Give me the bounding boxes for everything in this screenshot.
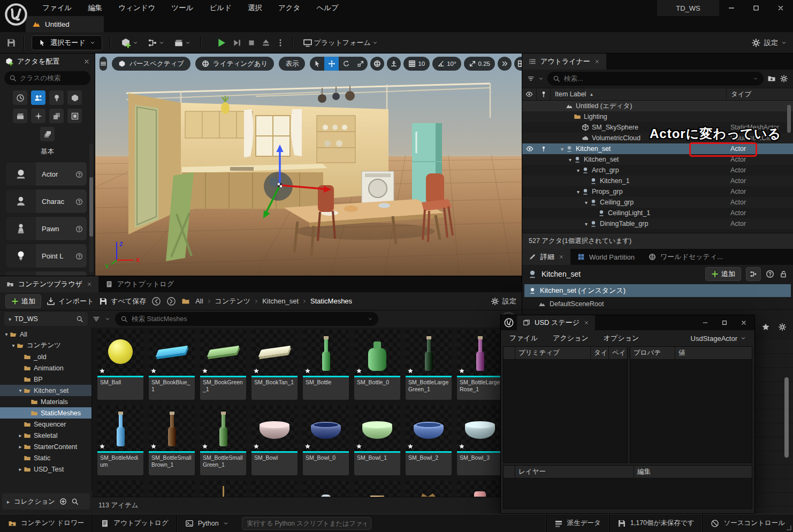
menu-item-2[interactable]: ウィンドウ — [110, 0, 163, 16]
asset-tile-SM_BookGreen_1[interactable]: SM_BookGreen_1 — [200, 330, 246, 400]
outliner-search[interactable] — [547, 72, 764, 86]
tab-output-log[interactable]: アウトプットログ — [98, 276, 181, 292]
asset-tile-SM_Bottle[interactable]: SM_Bottle — [303, 330, 349, 400]
tab-world-settings[interactable]: ワールドセッティ... — [642, 249, 730, 265]
folder-Materials[interactable]: Materials — [0, 396, 92, 407]
forward-icon[interactable] — [166, 297, 176, 306]
category-vfx[interactable] — [31, 109, 45, 123]
asset-tile-SM_Bowl[interactable]: SM_Bowl — [251, 405, 298, 475]
outliner-row-Ceiling_grp[interactable]: ▾ Ceiling_grp Actor — [522, 197, 793, 208]
category-volumes[interactable] — [67, 109, 82, 123]
asset-tile-SM_BookBlue_1[interactable]: SM_BookBlue_1 — [149, 330, 195, 400]
close-icon[interactable] — [559, 254, 564, 260]
breadcrumb-All[interactable]: All — [195, 297, 203, 305]
step-icon[interactable] — [232, 38, 242, 48]
scrollbar[interactable] — [784, 377, 789, 458]
asset-tile-partial-21[interactable] — [354, 481, 400, 497]
unreal-logo-icon[interactable] — [4, 3, 28, 26]
asset-tile-partial-18[interactable] — [200, 481, 246, 497]
lock-icon[interactable] — [779, 270, 788, 278]
place-actor-Actor[interactable]: Actor — [5, 162, 87, 186]
asset-tile-partial-23[interactable] — [457, 481, 503, 497]
add-collection-icon[interactable] — [59, 498, 67, 505]
close-icon[interactable] — [87, 282, 92, 287]
breadcrumb-StaticMeshes[interactable]: StaticMeshes — [310, 297, 352, 305]
column-layer[interactable]: レイヤー — [515, 466, 634, 478]
place-actor-Charac[interactable]: Charac — [5, 189, 87, 214]
asset-tile-partial-17[interactable] — [149, 481, 195, 497]
expander[interactable]: ▾ — [559, 146, 566, 152]
scale-tool[interactable] — [353, 57, 368, 71]
collections-bar[interactable]: ▸ コレクション — [2, 493, 90, 510]
folder-All[interactable]: ▾ All — [0, 329, 92, 340]
menu-item-7[interactable]: ヘルプ — [308, 0, 346, 16]
expander[interactable]: ▾ — [10, 343, 17, 348]
folder-BP[interactable]: BP — [0, 374, 92, 385]
outliner-row-Arch_grp[interactable]: ▾ Arch_grp Actor — [522, 165, 793, 176]
asset-tile-SM_BottleSmallBrown_1[interactable]: SM_BottleSmallBrown_1 — [149, 405, 195, 475]
camera-speed-button[interactable]: 0.25 — [464, 57, 495, 71]
search-icon[interactable] — [76, 315, 83, 323]
outliner-row-Props_grp[interactable]: ▾ Props_grp Actor — [522, 186, 793, 197]
filter-icon[interactable] — [527, 75, 535, 82]
asset-tile-SM_Bowl_3[interactable]: SM_Bowl_3 — [457, 405, 503, 475]
component-row-scene-root[interactable]: DefaultSceneRoot — [522, 298, 793, 310]
folder-Skeletal[interactable]: ▸ Skeletal — [0, 430, 92, 441]
category-lights[interactable] — [49, 90, 64, 105]
save-all-button[interactable]: すべて保存 — [99, 297, 146, 306]
tab-world-partition[interactable]: World Partition — [570, 249, 642, 265]
menu-item-6[interactable]: アクタ — [270, 0, 308, 16]
asset-search-input[interactable] — [132, 315, 364, 323]
tab-details[interactable]: 詳細 — [522, 249, 570, 265]
asset-tile-partial-20[interactable] — [303, 481, 349, 497]
category-basic[interactable] — [31, 90, 45, 105]
folder-コンテンツ[interactable]: ▾ コンテンツ — [0, 340, 92, 351]
usd-menu-actions[interactable]: アクション — [553, 333, 589, 343]
save-level-icon[interactable] — [6, 38, 16, 48]
help-icon[interactable] — [766, 270, 774, 278]
viewport[interactable]: Z X Y パースペクティブ ライティングあり 表示 10 — [95, 54, 522, 276]
visibility-toggle[interactable] — [522, 145, 537, 153]
usd-menu-file[interactable]: ファイル — [509, 333, 538, 343]
place-actor-Point L[interactable]: Point L — [5, 244, 87, 268]
menu-item-4[interactable]: ビルド — [202, 0, 240, 16]
viewport-menu-button[interactable] — [100, 57, 107, 71]
surface-snap-button[interactable] — [387, 57, 401, 71]
viewport-expand-button[interactable] — [498, 57, 512, 71]
details-settings-icon[interactable] — [778, 323, 787, 331]
scrollbar[interactable] — [787, 105, 791, 133]
expander[interactable]: ▸ — [17, 432, 24, 438]
maximize-icon[interactable] — [721, 320, 728, 326]
place-actor-Pawn[interactable]: Pawn — [5, 216, 87, 241]
close-icon[interactable] — [594, 59, 600, 64]
asset-tile-SM_Bowl_1[interactable]: SM_Bowl_1 — [354, 405, 400, 475]
folder-StarterContent[interactable]: ▸ StarterContent — [0, 441, 92, 452]
asset-tile-SM_Ball[interactable]: SM_Ball — [97, 330, 143, 400]
class-search-input[interactable] — [20, 74, 86, 82]
expander[interactable]: ▾ — [583, 221, 590, 227]
output-log-button[interactable]: アウトプットログ — [93, 514, 177, 532]
breadcrumb-Kitchen_set[interactable]: Kitchen_set — [262, 297, 299, 305]
level-tab-untitled[interactable]: Untitled — [26, 16, 104, 32]
edit-blueprint-button[interactable] — [746, 267, 761, 281]
category-cinematic[interactable] — [13, 109, 27, 123]
move-tool[interactable] — [324, 57, 339, 71]
perspective-button[interactable]: パースペクティブ — [112, 57, 190, 71]
view-mode-button[interactable]: ライティングあり — [195, 57, 274, 71]
visibility-column-icon[interactable] — [525, 90, 533, 98]
pin-column-icon[interactable] — [540, 90, 547, 98]
close-button[interactable] — [768, 0, 793, 16]
unsaved-button[interactable]: 1,170個が未保存です — [609, 514, 703, 532]
breadcrumb-コンテンツ[interactable]: コンテンツ — [215, 297, 251, 306]
expander[interactable]: ▾ — [17, 387, 24, 393]
asset-tile-partial-19[interactable] — [251, 481, 298, 497]
asset-tile-partial-22[interactable] — [406, 481, 452, 497]
asset-tile-SM_Bowl_2[interactable]: SM_Bowl_2 — [406, 405, 452, 475]
folder-Static[interactable]: Static — [0, 452, 92, 463]
import-button[interactable]: インポート — [47, 297, 94, 306]
menu-item-0[interactable]: ファイル — [34, 0, 80, 16]
tab-outliner[interactable]: アウトライナー — [522, 54, 606, 70]
content-browser-settings-button[interactable]: 設定 — [491, 297, 516, 306]
asset-tile-SM_BottleSmallGreen_1[interactable]: SM_BottleSmallGreen_1 — [200, 405, 246, 475]
select-tool[interactable] — [310, 57, 324, 71]
